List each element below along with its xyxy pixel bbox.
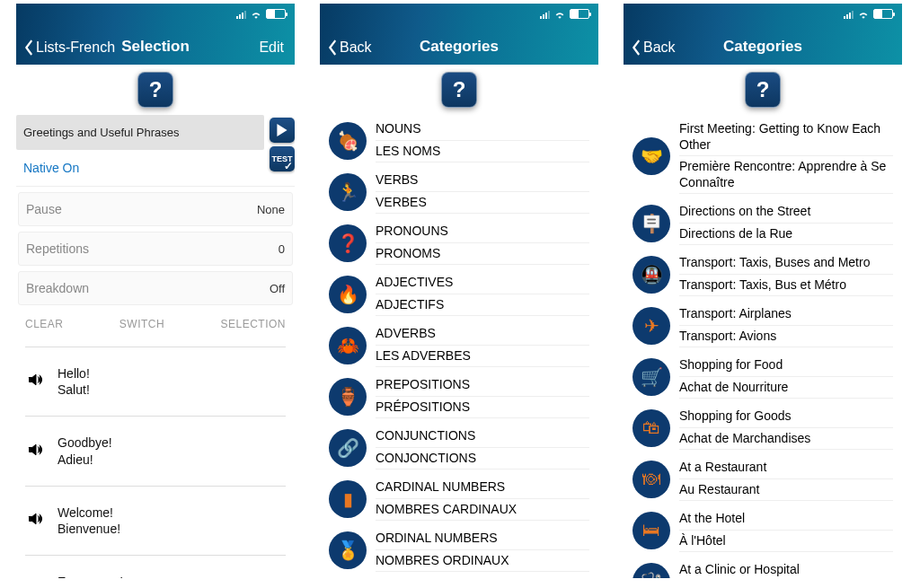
category-icon: ▮: [329, 480, 367, 518]
play-button[interactable]: [270, 118, 295, 143]
category-en: Transport: Taxis, Buses and Metro: [679, 252, 893, 275]
category-icon: 🦀: [329, 327, 367, 364]
category-item[interactable]: 🩺At a Clinic or HospitalDans une Cliniqu…: [624, 556, 902, 578]
switch-button[interactable]: SWITCH: [119, 318, 164, 330]
category-item[interactable]: 🏃VERBSVERBES: [320, 166, 598, 217]
divider: [25, 347, 286, 347]
category-item[interactable]: 🦀ADVERBSLES ADVERBES: [320, 320, 598, 371]
category-en: Shopping for Food: [679, 355, 893, 377]
category-item[interactable]: 🔗CONJUNCTIONSCONJONCTIONS: [320, 422, 598, 473]
signal-icon: [540, 9, 550, 19]
help-button[interactable]: ?: [441, 72, 477, 108]
test-button[interactable]: TEST ✓: [270, 146, 295, 171]
nav-bar: Back Categories: [624, 4, 902, 65]
category-icon: ❓: [329, 224, 367, 262]
phrase-group[interactable]: Greetings and Useful Phrases: [16, 115, 264, 150]
status-bar: [236, 9, 286, 19]
phrase-item[interactable]: Hello!Salut!: [16, 356, 295, 407]
category-fr: Transport: Avions: [679, 326, 893, 348]
category-item[interactable]: 🏅ORDINAL NUMBERSNOMBRES ORDINAUX: [320, 524, 598, 575]
category-fr: Au Restaurant: [679, 479, 893, 502]
category-icon: 🔥: [329, 276, 367, 313]
category-item[interactable]: 🍽At a RestaurantAu Restaurant: [624, 453, 902, 505]
category-item[interactable]: ✈Transport: AirplanesTransport: Avions: [624, 300, 902, 351]
back-label: Back: [643, 39, 676, 56]
category-en: At the Hotel: [679, 508, 893, 531]
category-item[interactable]: 🛒Shopping for FoodAchat de Nourriture: [624, 351, 902, 402]
category-item[interactable]: 🛍Shopping for GoodsAchat de Marchandises: [624, 402, 902, 453]
help-button[interactable]: ?: [745, 72, 781, 108]
category-icon: 🏅: [329, 531, 367, 569]
pause-setting[interactable]: Pause None: [18, 192, 293, 226]
phrase-item[interactable]: Excuse me!Excusez-moi!: [16, 565, 295, 578]
help-button[interactable]: ?: [137, 72, 173, 108]
pause-value: None: [257, 203, 285, 216]
back-button[interactable]: Back: [631, 39, 676, 56]
breakdown-setting[interactable]: Breakdown Off: [18, 271, 293, 305]
divider: [25, 416, 286, 417]
clear-button[interactable]: CLEAR: [25, 318, 64, 330]
battery-icon: [266, 9, 286, 19]
category-icon: 🍖: [329, 122, 367, 160]
category-item[interactable]: 🛏At the HotelÀ l'Hôtel: [624, 505, 902, 556]
edit-button[interactable]: Edit: [259, 39, 284, 56]
phrase-en: Goodbye!: [58, 434, 112, 451]
category-item[interactable]: 🔥ADJECTIVESADJECTIFS: [320, 268, 598, 320]
selection-button[interactable]: SELECTION: [220, 318, 286, 330]
back-button[interactable]: Lists-French: [23, 39, 115, 56]
screen-categories-topics: Back Categories ? 🤝First Meeting: Gettin…: [624, 4, 902, 578]
phrase-fr: Adieu!: [58, 452, 112, 468]
category-fr: CONJONCTIONS: [376, 448, 589, 470]
breakdown-value: Off: [270, 282, 285, 295]
speaker-icon[interactable]: [27, 510, 45, 531]
screen-categories-grammar: Back Categories ? 🍖NOUNSLES NOMS🏃VERBSVE…: [320, 4, 598, 578]
category-icon: 🛍: [632, 409, 670, 447]
category-icon: ✈: [632, 307, 670, 345]
category-icon: 🛒: [632, 358, 670, 396]
category-icon: 🩺: [632, 563, 670, 579]
category-item[interactable]: 🏺PREPOSITIONSPRÉPOSITIONS: [320, 371, 598, 422]
category-en: Shopping for Goods: [679, 406, 893, 428]
category-item[interactable]: ❓PRONOUNSPRONOMS: [320, 217, 598, 268]
category-icon: 🔗: [329, 429, 367, 467]
phrase-item[interactable]: Goodbye!Adieu!: [16, 426, 295, 476]
divider: [25, 486, 286, 487]
back-label: Back: [340, 39, 372, 56]
category-item[interactable]: 🍖NOUNSLES NOMS: [320, 115, 598, 166]
phrase-fr: Bienvenue!: [58, 521, 120, 537]
repetitions-setting[interactable]: Repetitions 0: [18, 232, 293, 266]
speaker-icon[interactable]: [27, 441, 45, 462]
category-icon: 🪧: [632, 205, 670, 242]
phrase-en: Excuse me!: [58, 574, 133, 578]
check-icon: ✓: [284, 160, 293, 172]
category-fr: Première Rencontre: Apprendre à Se Conna…: [679, 156, 893, 194]
category-fr: NOMBRES CARDINAUX: [376, 499, 589, 522]
category-icon: 🛏: [632, 512, 670, 549]
category-fr: Achat de Marchandises: [679, 428, 893, 451]
category-item[interactable]: ▮CARDINAL NUMBERSNOMBRES CARDINAUX: [320, 473, 598, 524]
signal-icon: [844, 9, 854, 19]
wifi-icon: [857, 10, 870, 19]
divider: [25, 555, 286, 556]
category-en: ADVERBS: [376, 323, 589, 346]
back-button[interactable]: Back: [327, 39, 372, 56]
category-en: ORDINAL NUMBERS: [376, 528, 589, 550]
speaker-icon[interactable]: [27, 371, 45, 392]
nav-bar: Lists-French Selection Edit: [16, 4, 295, 65]
category-en: PREPOSITIONS: [376, 374, 589, 397]
category-icon: 🏺: [329, 378, 367, 416]
wifi-icon: [250, 10, 262, 19]
category-fr: NOMBRES ORDINAUX: [376, 550, 589, 573]
category-item[interactable]: 🤝First Meeting: Getting to Know Each Oth…: [624, 115, 902, 197]
native-toggle[interactable]: Native On: [16, 150, 295, 187]
category-en: Transport: Airplanes: [679, 303, 893, 326]
phrase-en: Welcome!: [58, 505, 120, 521]
category-en: At a Clinic or Hospital: [679, 559, 893, 578]
phrase-item[interactable]: Welcome!Bienvenue!: [16, 496, 295, 546]
category-en: CARDINAL NUMBERS: [376, 477, 589, 499]
breakdown-label: Breakdown: [26, 281, 89, 295]
pause-label: Pause: [26, 202, 62, 216]
category-fr: ADJECTIFS: [376, 294, 589, 317]
category-item[interactable]: 🚇Transport: Taxis, Buses and MetroTransp…: [624, 249, 902, 300]
category-item[interactable]: 🪧Directions on the StreetDirections de l…: [624, 197, 902, 249]
